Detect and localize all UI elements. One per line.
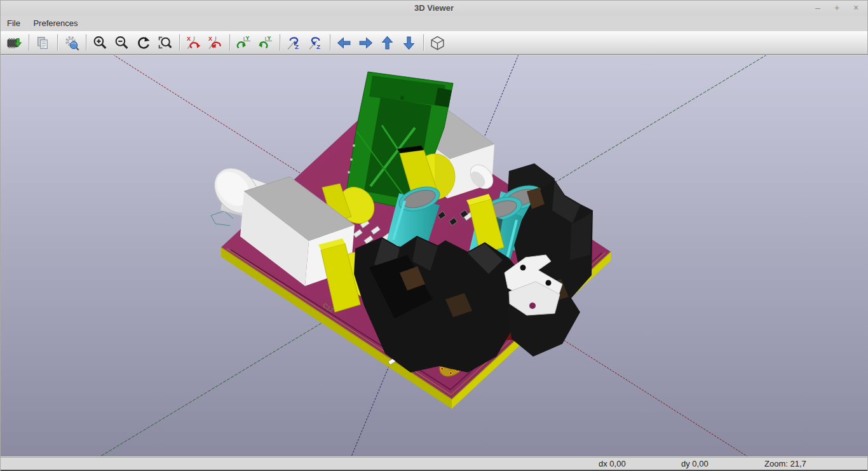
rotate-z-cw-blue-icon: Z (286, 35, 302, 51)
move-right-button[interactable] (357, 34, 374, 51)
menu-file[interactable]: File (2, 16, 25, 31)
toolbar-separator (280, 34, 281, 51)
rotate-x-neg-button[interactable]: X (207, 34, 224, 51)
svg-text:Y: Y (246, 35, 250, 41)
toolbar-separator (423, 34, 424, 51)
rotate-z-ccw-blue-icon: Z (308, 35, 323, 51)
close-button[interactable]: × (851, 3, 861, 13)
titlebar[interactable]: 3D Viewer – + × (1, 1, 867, 16)
rotate-y-ccw-green-icon: Y (257, 35, 273, 51)
svg-text:Z: Z (295, 43, 299, 50)
3d-viewer-window: 3D Viewer – + × File Preferences (0, 0, 868, 471)
gear-globe-icon (64, 35, 79, 51)
copy-pages-icon (35, 35, 51, 51)
window-controls: – + × (813, 3, 861, 13)
toolbar-separator (179, 34, 180, 51)
toolbar-separator (86, 34, 87, 51)
magnifier-minus-icon (114, 35, 130, 51)
svg-text:Y: Y (268, 35, 271, 41)
zoom-out-button[interactable] (113, 34, 130, 51)
toolbar-separator (57, 34, 58, 51)
arrow-right-icon (358, 35, 374, 51)
svg-text:Z: Z (316, 43, 320, 50)
copy-image-button[interactable] (34, 34, 51, 51)
rotate-y-cw-green-icon: Y (236, 35, 252, 51)
zoom-fit-button[interactable] (156, 34, 173, 51)
zoom-in-button[interactable] (92, 34, 109, 51)
move-down-button[interactable] (400, 34, 417, 51)
rotate-x-ccw-red-icon: X (207, 35, 223, 51)
statusbar: dx 0,00 dy 0,00 Zoom: 21,7 (1, 457, 867, 470)
rotate-z-neg-button[interactable]: Z (307, 34, 324, 51)
maximize-button[interactable]: + (832, 3, 842, 13)
rotate-y-pos-button[interactable]: Y (235, 34, 252, 51)
rotate-x-pos-button[interactable]: X (185, 34, 202, 51)
redraw-button[interactable] (135, 34, 152, 51)
3d-scene: C12 L4 C3 (1, 55, 868, 456)
circular-arrow-icon (135, 35, 151, 51)
status-dx: dx 0,00 (599, 459, 626, 468)
toolbar-separator (330, 34, 331, 51)
arrow-left-icon (336, 35, 352, 51)
rotate-y-neg-button[interactable]: Y (257, 34, 274, 51)
3d-viewport[interactable]: C12 L4 C3 (1, 55, 868, 456)
ortho-projection-button[interactable] (429, 34, 446, 51)
svg-text:X: X (187, 36, 191, 42)
arrow-down-icon (401, 35, 417, 51)
toolbar-separator (229, 34, 231, 51)
move-left-button[interactable] (336, 34, 353, 51)
wireframe-cube-icon (430, 35, 445, 51)
move-up-button[interactable] (379, 34, 396, 51)
pcb-reload-icon (6, 35, 22, 51)
toolbar-separator (29, 34, 30, 51)
arrow-up-icon (379, 35, 395, 51)
rotate-z-pos-button[interactable]: Z (285, 34, 302, 51)
reload-board-button[interactable] (6, 34, 23, 51)
svg-text:X: X (208, 36, 212, 42)
menubar: File Preferences (1, 16, 867, 31)
window-title: 3D Viewer (1, 3, 867, 13)
render-options-button[interactable] (63, 34, 80, 51)
magnifier-plus-icon (92, 35, 108, 51)
rotate-x-cw-red-icon: X (186, 35, 201, 51)
minimize-button[interactable]: – (813, 3, 823, 13)
menu-preferences[interactable]: Preferences (28, 16, 83, 31)
status-dy: dy 0,00 (681, 459, 709, 468)
magnifier-fit-icon (157, 35, 173, 51)
toolbar: X X Y (1, 31, 867, 55)
status-zoom: Zoom: 21,7 (764, 459, 806, 468)
